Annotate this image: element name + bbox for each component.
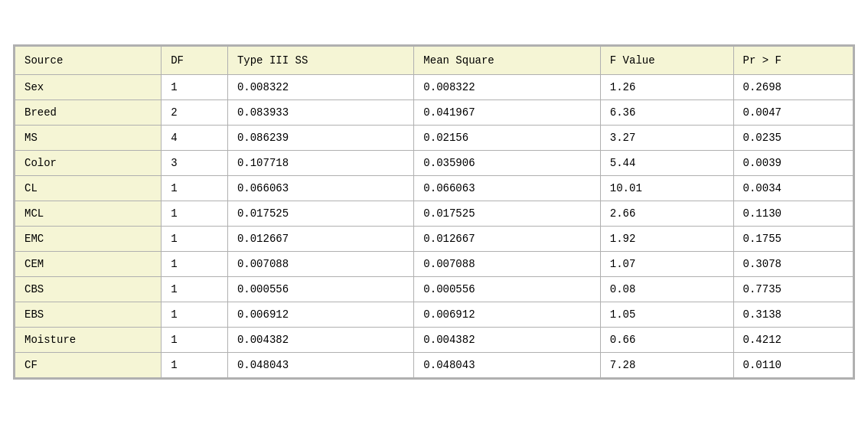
cell-value: 1.92	[600, 227, 733, 252]
col-header-pr-f: Pr > F	[733, 47, 853, 75]
cell-value: 0.7735	[733, 277, 853, 302]
cell-value: 0.006912	[227, 302, 413, 328]
table-row: CEM10.0070880.0070881.070.3078	[15, 252, 853, 277]
cell-value: 0.1755	[733, 227, 853, 252]
cell-source: CL	[15, 176, 162, 201]
cell-value: 6.36	[600, 100, 733, 126]
cell-source: CEM	[15, 252, 162, 277]
cell-value: 0.4212	[733, 328, 853, 353]
cell-source: Breed	[15, 100, 162, 126]
cell-source: EMC	[15, 227, 162, 252]
cell-value: 1.05	[600, 302, 733, 328]
cell-source: EBS	[15, 302, 162, 328]
cell-value: 1	[162, 176, 228, 201]
cell-source: Moisture	[15, 328, 162, 353]
cell-value: 0.012667	[414, 227, 600, 252]
cell-value: 0.0047	[733, 100, 853, 126]
table-row: Moisture10.0043820.0043820.660.4212	[15, 328, 853, 353]
col-header-source: Source	[15, 47, 162, 75]
col-header-mean-square: Mean Square	[414, 47, 600, 75]
table-row: CF10.0480430.0480437.280.0110	[15, 353, 853, 378]
cell-value: 0.066063	[227, 176, 413, 201]
cell-value: 0.3078	[733, 252, 853, 277]
table-header-row: Source DF Type III SS Mean Square F Valu…	[15, 47, 853, 75]
cell-value: 1	[162, 328, 228, 353]
cell-value: 2.66	[600, 201, 733, 227]
cell-value: 10.01	[600, 176, 733, 201]
cell-value: 0.0110	[733, 353, 853, 378]
cell-value: 0.083933	[227, 100, 413, 126]
col-header-f-value: F Value	[600, 47, 733, 75]
cell-source: MCL	[15, 201, 162, 227]
cell-value: 0.0034	[733, 176, 853, 201]
cell-value: 0.008322	[227, 75, 413, 100]
col-header-type-iii-ss: Type III SS	[227, 47, 413, 75]
cell-value: 0.041967	[414, 100, 600, 126]
cell-value: 0.08	[600, 277, 733, 302]
cell-value: 0.012667	[227, 227, 413, 252]
cell-source: CBS	[15, 277, 162, 302]
table-row: MCL10.0175250.0175252.660.1130	[15, 201, 853, 227]
cell-value: 5.44	[600, 151, 733, 176]
cell-value: 1	[162, 201, 228, 227]
cell-value: 0.017525	[414, 201, 600, 227]
cell-source: Sex	[15, 75, 162, 100]
cell-value: 0.048043	[227, 353, 413, 378]
cell-value: 0.2698	[733, 75, 853, 100]
cell-source: CF	[15, 353, 162, 378]
cell-value: 1	[162, 252, 228, 277]
cell-value: 4	[162, 126, 228, 151]
cell-value: 0.017525	[227, 201, 413, 227]
cell-value: 1	[162, 75, 228, 100]
anova-table-container: Source DF Type III SS Mean Square F Valu…	[13, 44, 855, 380]
cell-value: 1.07	[600, 252, 733, 277]
cell-value: 0.66	[600, 328, 733, 353]
cell-value: 0.066063	[414, 176, 600, 201]
cell-value: 0.004382	[414, 328, 600, 353]
table-row: Color30.1077180.0359065.440.0039	[15, 151, 853, 176]
cell-value: 3	[162, 151, 228, 176]
cell-value: 2	[162, 100, 228, 126]
cell-value: 0.107718	[227, 151, 413, 176]
table-row: EBS10.0069120.0069121.050.3138	[15, 302, 853, 328]
table-row: CBS10.0005560.0005560.080.7735	[15, 277, 853, 302]
cell-value: 0.02156	[414, 126, 600, 151]
cell-value: 1.26	[600, 75, 733, 100]
cell-value: 0.1130	[733, 201, 853, 227]
cell-value: 3.27	[600, 126, 733, 151]
table-row: Sex10.0083220.0083221.260.2698	[15, 75, 853, 100]
cell-value: 0.0235	[733, 126, 853, 151]
cell-value: 0.000556	[227, 277, 413, 302]
col-header-df: DF	[162, 47, 228, 75]
cell-value: 0.007088	[414, 252, 600, 277]
table-row: CL10.0660630.06606310.010.0034	[15, 176, 853, 201]
anova-table: Source DF Type III SS Mean Square F Valu…	[15, 46, 853, 378]
cell-value: 0.006912	[414, 302, 600, 328]
cell-value: 0.008322	[414, 75, 600, 100]
cell-value: 0.004382	[227, 328, 413, 353]
table-row: MS40.0862390.021563.270.0235	[15, 126, 853, 151]
cell-value: 1	[162, 277, 228, 302]
cell-source: MS	[15, 126, 162, 151]
table-row: Breed20.0839330.0419676.360.0047	[15, 100, 853, 126]
cell-value: 0.3138	[733, 302, 853, 328]
cell-value: 0.048043	[414, 353, 600, 378]
table-row: EMC10.0126670.0126671.920.1755	[15, 227, 853, 252]
cell-value: 1	[162, 227, 228, 252]
cell-value: 0.086239	[227, 126, 413, 151]
cell-value: 0.035906	[414, 151, 600, 176]
cell-value: 0.0039	[733, 151, 853, 176]
cell-value: 1	[162, 353, 228, 378]
cell-value: 1	[162, 302, 228, 328]
cell-value: 7.28	[600, 353, 733, 378]
cell-value: 0.000556	[414, 277, 600, 302]
cell-value: 0.007088	[227, 252, 413, 277]
cell-source: Color	[15, 151, 162, 176]
